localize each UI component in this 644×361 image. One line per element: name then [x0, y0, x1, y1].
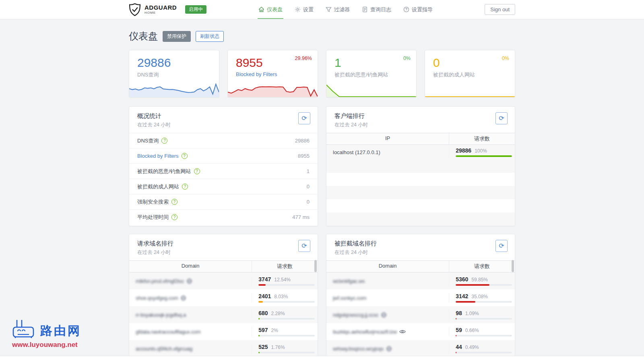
refresh-icon[interactable]: ⟳: [298, 240, 310, 252]
stats-row-adult: 被拦截的成人网站? 0: [129, 179, 318, 194]
top-clients-card: 客户端排行 在过去 24 小时 ⟳ IP 请求数 localhost (127.…: [326, 106, 515, 226]
progress-bar: [258, 284, 315, 286]
adguard-logo: ADGUARD HOME 启用中: [129, 3, 206, 16]
domain-text: gfdata.navtraccouflfagux.com: [136, 329, 200, 335]
help-icon[interactable]: ?: [161, 138, 167, 144]
stat-cards-row: 29886 DNS查询 29.96% 8955 Blocked by Filte…: [129, 50, 515, 97]
table-header: Domain 请求数: [129, 260, 318, 272]
stats-row-dns: DNS查询? 29886: [129, 133, 318, 148]
nav-query-log[interactable]: 查询日志: [362, 0, 391, 19]
globe-icon: [386, 346, 392, 352]
empty-row: [326, 212, 515, 226]
table-row: wrlswy.bsqzco.wcyjcqs 440.49%: [326, 340, 515, 357]
sparkline-chart: [425, 81, 515, 97]
stats-row-safesearch: 强制安全搜索? 0: [129, 194, 318, 209]
card-title: 请求域名排行: [137, 240, 173, 248]
domain-text: jwf.ssnkyc.com: [333, 295, 366, 301]
table-header: IP 请求数: [326, 133, 515, 145]
progress-bar: [258, 352, 315, 353]
disable-protection-button[interactable]: 禁用保护: [163, 31, 191, 42]
refresh-icon[interactable]: ⟳: [495, 240, 508, 252]
nav-setup-guide[interactable]: 设置指导: [403, 0, 433, 19]
help-icon[interactable]: ?: [171, 214, 178, 220]
help-icon[interactable]: ?: [182, 153, 188, 159]
stat-value: 0: [425, 50, 515, 69]
shield-check-icon: [129, 3, 141, 16]
brand-sub: HOME: [144, 11, 177, 14]
domain-text: buzklqs.aehcwflurjrncazfl.tzw: [333, 329, 397, 335]
domain-text: shce.qsyxfgxg.com: [136, 295, 178, 301]
top-domains-card: 请求域名排行 在过去 24 小时 ⟳ Domain 请求数 mtkfsn.prc…: [129, 234, 318, 359]
table-row: wclxnkfgac.ws 536059.85%: [326, 272, 515, 289]
card-subtitle: 在过去 24 小时: [334, 122, 368, 128]
watermark-logo: 路由网 www.luyouwang.net: [12, 318, 81, 349]
watermark-url: www.luyouwang.net: [12, 341, 81, 349]
filter-icon: [326, 6, 332, 12]
sign-out-button[interactable]: Sign out: [485, 4, 515, 15]
stat-card-blocked-adult: 0% 0 被拦截的成人网站: [425, 50, 515, 97]
router-icon: [12, 318, 37, 339]
refresh-statistics-button[interactable]: 刷新状态: [196, 31, 224, 42]
table-row: jwf.ssnkyc.com 314235.08%: [326, 289, 515, 306]
stat-card-blocked-by-filters: 29.96% 8955 Blocked by Filters: [227, 50, 318, 97]
empty-row: [326, 159, 515, 173]
help-icon[interactable]: ?: [171, 199, 178, 205]
table-row: ndgskjcwsccg.jj.ccsc 981.09%: [326, 306, 515, 323]
domain-text: ndgskjcwsccg.jj.ccsc: [333, 312, 378, 318]
progress-bar: [456, 284, 512, 286]
nav-dashboard[interactable]: 仪表盘: [258, 0, 283, 19]
table-row: buzklqs.aehcwflurjrncazfl.tzw 590.66%: [326, 323, 515, 340]
stat-card-blocked-malware: 0% 1 被拦截的恶意/钓鱼网站: [326, 50, 417, 97]
sparkline-chart: [228, 81, 318, 97]
stats-row-avg-time: 平均处理时间? 477 ms: [129, 209, 318, 225]
table-row: shce.qsyxfgxg.com 24018.03%: [129, 289, 318, 306]
empty-row: [326, 199, 515, 212]
gear-icon: [295, 6, 301, 12]
stat-label-link[interactable]: Blocked by Filters: [228, 69, 318, 77]
table-row: mtkfsn.prcd.xfmgf2tsc 374712.54%: [129, 272, 318, 289]
domain-text: mtkfsn.prcd.xfmgf2tsc: [136, 278, 184, 284]
sparkline-chart: [326, 81, 416, 97]
stat-value: 29886: [129, 50, 219, 69]
progress-bar: [456, 318, 512, 320]
stat-card-dns-queries: 29886 DNS查询: [129, 50, 219, 97]
stat-percent: 29.96%: [295, 56, 312, 61]
help-icon[interactable]: ?: [194, 168, 200, 174]
card-title: 概况统计: [137, 112, 171, 120]
help-icon[interactable]: ?: [182, 184, 188, 190]
stat-percent: 0%: [403, 56, 411, 61]
globe-icon: [381, 312, 387, 318]
progress-bar: [456, 301, 512, 303]
home-icon: [258, 6, 264, 12]
globe-icon: [186, 278, 192, 284]
eye-icon[interactable]: [399, 329, 405, 335]
refresh-icon[interactable]: ⟳: [298, 112, 310, 124]
table-row: gfdata.navtraccouflfagux.com 5972%: [129, 323, 318, 340]
progress-bar: [456, 155, 512, 157]
domain-text: wrlswy.bsqzco.wcyjcqs: [333, 346, 384, 352]
stat-percent: 0%: [502, 56, 509, 61]
table-header: Domain 请求数: [326, 260, 515, 272]
progress-bar: [258, 335, 315, 336]
main-nav: 仪表盘 设置 过滤器 查询日志 设置指导: [206, 0, 485, 19]
card-title: 客户端排行: [334, 112, 368, 120]
nav-settings[interactable]: 设置: [295, 0, 314, 19]
log-icon: [362, 6, 368, 12]
brand-name: ADGUARD: [144, 4, 177, 10]
nav-filters[interactable]: 过滤器: [326, 0, 350, 19]
table-row: accounts.q5f4ch.xfgrcuag 5251.76%: [129, 340, 318, 357]
stat-label: 被拦截的恶意/钓鱼网站: [326, 69, 416, 78]
domain-text: wclxnkfgac.ws: [333, 278, 365, 284]
progress-bar: [258, 301, 315, 303]
client-ip: localhost (127.0.0.1): [326, 149, 449, 155]
scrollbar-thumb[interactable]: [314, 260, 317, 272]
domain-text: accounts.q5f4ch.xfgrcuag: [136, 346, 192, 352]
card-title: 被拦截域名排行: [334, 240, 377, 248]
refresh-icon[interactable]: ⟳: [495, 112, 508, 124]
scrollbar-thumb[interactable]: [512, 260, 514, 272]
watermark-text: 路由网: [40, 323, 81, 339]
guide-icon: [403, 6, 409, 12]
stats-row-blocked-filters: Blocked by Filters? 8955: [129, 148, 318, 163]
page-title: 仪表盘: [129, 30, 158, 43]
client-count: 29886: [456, 147, 471, 154]
